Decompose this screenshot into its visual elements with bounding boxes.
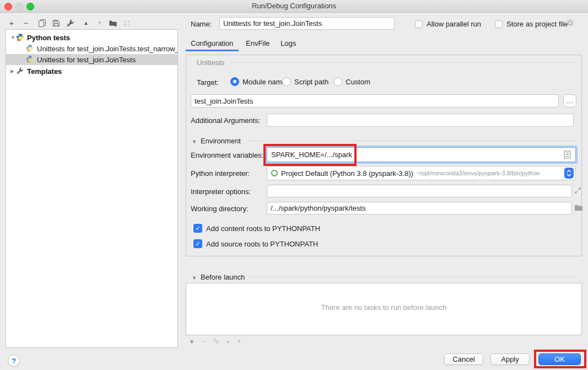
interpreter-options-label: Interpreter options:: [191, 187, 251, 196]
python-interpreter-label: Python interpreter:: [191, 169, 250, 178]
help-button[interactable]: ?: [8, 355, 20, 367]
python-tests-icon: [16, 33, 25, 42]
before-launch-collapse-icon[interactable]: ▼: [192, 275, 197, 281]
section-divider: [249, 277, 576, 277]
tree-item-label: Unittests for test_join.JoinTests.test_n…: [37, 45, 178, 53]
working-directory-label: Working directory:: [191, 205, 249, 213]
before-launch-empty-message: There are no tasks to run before launch: [186, 303, 581, 312]
add-configuration-icon[interactable]: +: [7, 18, 17, 28]
minimize-window-button: [15, 3, 23, 10]
python-test-icon: [26, 55, 35, 64]
configurations-tree: ▼ Python tests Unittests for test_join.J…: [6, 29, 178, 348]
allow-parallel-run-checkbox[interactable]: [415, 20, 423, 28]
collapse-arrow-icon[interactable]: ▼: [10, 35, 16, 40]
add-content-roots-label: Add content roots to PYTHONPATH: [206, 224, 320, 233]
svg-text:z: z: [127, 23, 130, 27]
python-interpreter-select[interactable]: Project Default (Python 3.8 (pyspark-3.8…: [267, 166, 576, 180]
target-radio-module-name[interactable]: Module name: [230, 77, 286, 86]
edit-templates-icon[interactable]: [66, 18, 75, 28]
name-input[interactable]: [219, 17, 395, 30]
allow-parallel-run-label: Allow parallel run: [427, 20, 481, 28]
additional-arguments-label: Additional Arguments:: [191, 116, 260, 125]
title-bar: Run/Debug Configurations: [0, 0, 588, 13]
additional-arguments-input[interactable]: [267, 114, 574, 127]
tree-item-unittest-narrow[interactable]: Unittests for test_join.JoinTests.test_n…: [6, 43, 178, 54]
remove-task-icon: −: [199, 337, 208, 346]
section-divider: [248, 141, 576, 141]
tab-envfile[interactable]: EnvFile: [246, 39, 269, 47]
add-source-roots-checkbox[interactable]: ✓: [193, 239, 202, 248]
unittests-group-title: Unittests: [197, 58, 225, 67]
radio-selected-icon[interactable]: [230, 77, 239, 86]
environment-variables-label: Environment variables:: [191, 151, 263, 159]
close-window-button[interactable]: [4, 3, 12, 10]
environment-collapse-icon[interactable]: ▼: [192, 139, 197, 144]
tree-item-label: Templates: [27, 67, 62, 76]
tab-logs[interactable]: Logs: [280, 39, 296, 47]
interpreter-path: ~/opt/miniconda3/envs/pyspark-3.8/bin/py…: [416, 170, 540, 176]
templates-wrench-icon: [16, 67, 25, 76]
before-launch-tasks-panel: There are no tasks to run before launch: [186, 283, 582, 335]
module-name-input[interactable]: [191, 94, 559, 108]
expand-arrow-icon[interactable]: ▶: [10, 68, 16, 74]
python-test-icon: [26, 44, 35, 53]
radio-icon[interactable]: [282, 77, 291, 86]
move-task-up-icon: ▲: [224, 337, 233, 346]
radio-label: Module name: [242, 78, 286, 86]
tree-item-python-tests[interactable]: ▼ Python tests: [6, 32, 177, 43]
folder-browse-icon[interactable]: [574, 204, 582, 213]
gear-icon[interactable]: [565, 18, 575, 29]
tree-item-unittest-jointests[interactable]: Unittests for test_join.JoinTests: [6, 54, 178, 65]
store-as-project-file-label: Store as project file: [506, 20, 568, 28]
edit-task-icon: ✎: [212, 337, 220, 346]
copy-configuration-icon[interactable]: [37, 18, 47, 28]
svg-text:a: a: [127, 19, 130, 23]
conda-environment-icon: [271, 170, 278, 176]
ok-button[interactable]: OK: [538, 353, 581, 365]
save-configuration-icon[interactable]: [51, 18, 61, 28]
environment-section-label: Environment: [201, 137, 241, 145]
group-divider: [230, 62, 576, 63]
name-label: Name:: [191, 20, 212, 28]
browse-variables-icon[interactable]: [564, 151, 571, 160]
environment-variables-value: SPARK_HOME=/.../spark: [267, 151, 352, 159]
tab-configuration[interactable]: Configuration: [191, 39, 233, 47]
move-down-icon: ▼: [95, 18, 105, 28]
apply-button[interactable]: Apply: [490, 353, 530, 365]
radio-label: Script path: [294, 78, 328, 86]
new-folder-icon[interactable]: [108, 18, 118, 28]
active-tab-underline: [186, 50, 239, 51]
combo-stepper-icon[interactable]: [564, 168, 574, 179]
tree-item-label: Python tests: [27, 34, 70, 42]
before-launch-section-label: Before launch: [201, 273, 245, 281]
environment-variables-input[interactable]: SPARK_HOME=/.../spark: [267, 147, 576, 162]
target-radio-custom[interactable]: Custom: [333, 77, 370, 86]
window-title: Run/Debug Configurations: [0, 0, 588, 12]
tree-item-label: Unittests for test_join.JoinTests: [37, 56, 136, 64]
add-task-icon[interactable]: +: [187, 337, 196, 346]
move-up-icon[interactable]: ▲: [81, 18, 91, 28]
remove-configuration-icon[interactable]: −: [21, 18, 31, 28]
store-as-project-file-checkbox[interactable]: [495, 20, 503, 28]
target-label: Target:: [197, 78, 219, 87]
interpreter-name: Project Default (Python 3.8 (pyspark-3.8…: [281, 169, 413, 178]
radio-label: Custom: [346, 78, 370, 86]
radio-icon[interactable]: [333, 77, 342, 86]
add-source-roots-label: Add source roots to PYTHONPATH: [206, 240, 318, 248]
target-radio-script-path[interactable]: Script path: [282, 77, 328, 86]
working-directory-input[interactable]: [267, 202, 572, 215]
zoom-window-button[interactable]: [26, 3, 34, 10]
tree-item-templates[interactable]: ▶ Templates: [6, 66, 177, 77]
expand-field-icon[interactable]: [574, 187, 581, 196]
interpreter-options-input[interactable]: [267, 185, 572, 197]
add-content-roots-checkbox[interactable]: ✓: [193, 224, 202, 233]
browse-button[interactable]: ...: [563, 94, 576, 108]
move-task-down-icon: ▼: [235, 337, 244, 346]
cancel-button[interactable]: Cancel: [444, 353, 483, 365]
sort-alphabetically-icon: az: [122, 18, 132, 28]
